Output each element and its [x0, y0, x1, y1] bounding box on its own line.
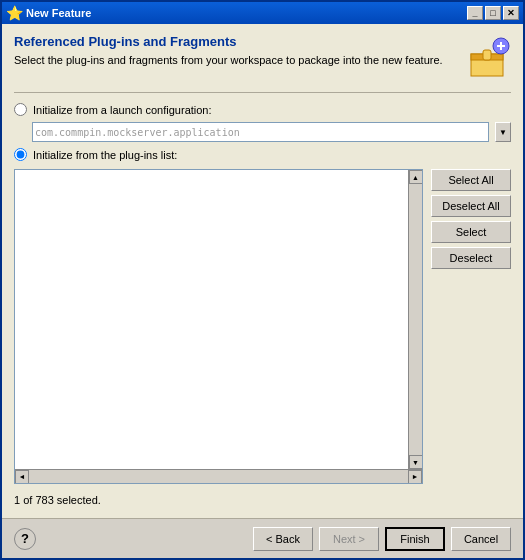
launch-config-input[interactable] [32, 122, 489, 142]
content-area: Referenced Plug-ins and Fragments Select… [2, 24, 523, 518]
svg-rect-2 [483, 50, 491, 60]
page-header: Referenced Plug-ins and Fragments Select… [14, 34, 511, 82]
launch-config-label[interactable]: Initialize from a launch configuration: [33, 104, 212, 116]
back-button[interactable]: < Back [253, 527, 313, 551]
page-description: Select the plug-ins and fragments from y… [14, 53, 453, 68]
scroll-left-button[interactable]: ◄ [15, 470, 29, 484]
maximize-button[interactable]: □ [485, 6, 501, 20]
next-button[interactable]: Next > [319, 527, 379, 551]
finish-button[interactable]: Finish [385, 527, 445, 551]
bottom-left: ? [14, 528, 36, 550]
deselect-all-button[interactable]: Deselect All [431, 195, 511, 217]
cancel-button[interactable]: Cancel [451, 527, 511, 551]
scroll-down-button[interactable]: ▼ [409, 455, 423, 469]
action-buttons: Select All Deselect All Select Deselect [431, 169, 511, 484]
plugins-list-radio[interactable]: ⬡com.android.ide.eclipse.adt (12.0.0.v20… [14, 148, 27, 161]
bottom-right: < Back Next > Finish Cancel [253, 527, 511, 551]
scroll-track-vertical[interactable] [409, 184, 422, 455]
plugins-list[interactable] [15, 170, 408, 469]
scroll-track-horizontal[interactable] [29, 470, 408, 483]
select-all-button[interactable]: Select All [431, 169, 511, 191]
close-button[interactable]: ✕ [503, 6, 519, 20]
launch-config-dropdown-button[interactable]: ▼ [495, 122, 511, 142]
plugins-list-container: ▲ ▼ ◄ ► [14, 169, 423, 484]
title-bar-buttons: _ □ ✕ [467, 6, 519, 20]
scroll-up-button[interactable]: ▲ [409, 170, 423, 184]
header-divider [14, 92, 511, 93]
page-title: Referenced Plug-ins and Fragments [14, 34, 453, 49]
header-text: Referenced Plug-ins and Fragments Select… [14, 34, 453, 68]
title-bar: ⭐ New Feature _ □ ✕ [2, 2, 523, 24]
plugins-list-row: ⬡com.android.ide.eclipse.adt (12.0.0.v20… [14, 148, 511, 161]
main-window: ⭐ New Feature _ □ ✕ Referenced Plug-ins … [0, 0, 525, 560]
launch-config-radio[interactable] [14, 103, 27, 116]
radio-group: Initialize from a launch configuration: … [14, 103, 511, 161]
header-icon [463, 34, 511, 82]
launch-config-row: Initialize from a launch configuration: [14, 103, 511, 116]
horizontal-scrollbar[interactable]: ◄ ► [15, 469, 422, 483]
vertical-scrollbar[interactable]: ▲ ▼ [408, 170, 422, 469]
select-button[interactable]: Select [431, 221, 511, 243]
list-with-scrollbar: ▲ ▼ [15, 170, 422, 469]
window-title: New Feature [26, 7, 467, 19]
deselect-button[interactable]: Deselect [431, 247, 511, 269]
minimize-button[interactable]: _ [467, 6, 483, 20]
launch-config-combo-row: ▼ [32, 122, 511, 142]
bottom-bar: ? < Back Next > Finish Cancel [2, 518, 523, 558]
help-button[interactable]: ? [14, 528, 36, 550]
status-bar: 1 of 783 selected. [14, 492, 511, 508]
plugins-section: ▲ ▼ ◄ ► Select All Deselect All Select D… [14, 169, 511, 484]
plugins-list-label[interactable]: Initialize from the plug-ins list: [33, 149, 177, 161]
window-icon: ⭐ [6, 5, 22, 21]
scroll-right-button[interactable]: ► [408, 470, 422, 484]
status-text: 1 of 783 selected. [14, 494, 101, 506]
